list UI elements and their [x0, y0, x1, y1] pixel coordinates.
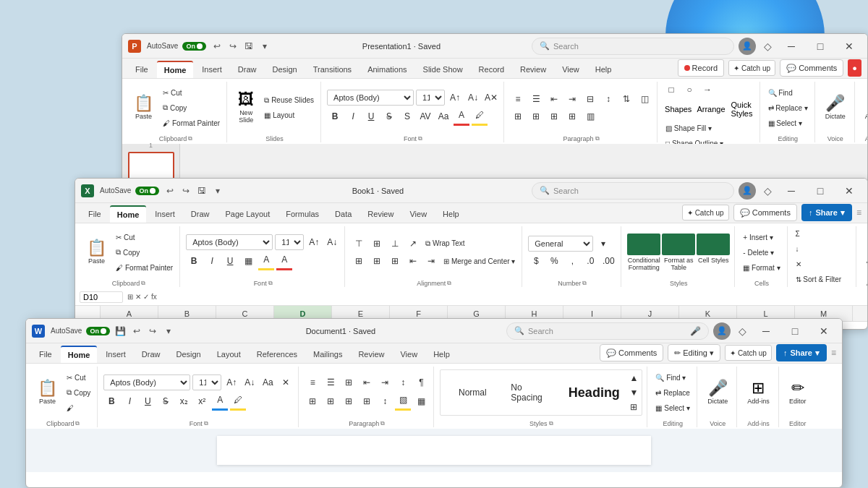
wd-catchup-btn[interactable]: ✦ Catch up — [725, 345, 772, 361]
wd-tab-mailings[interactable]: Mailings — [306, 346, 349, 363]
wd-multilevel-btn[interactable]: ⊞ — [341, 374, 357, 390]
pp-font-increase-btn[interactable]: A↑ — [447, 90, 463, 106]
xl-col-n[interactable]: N — [853, 306, 868, 322]
wd-bold-btn[interactable]: B — [103, 393, 119, 409]
wd-number-list-btn[interactable]: ☰ — [323, 374, 339, 390]
xl-size-select[interactable]: 11 — [275, 234, 304, 250]
xl-number-format-btn[interactable]: ▾ — [595, 236, 611, 252]
xl-sidebar-toggle[interactable]: ≡ — [856, 207, 861, 218]
xl-tab-review[interactable]: Review — [360, 205, 401, 223]
xl-clear-btn[interactable]: ✕ — [793, 257, 851, 271]
pp-shape-circ-btn[interactable]: ○ — [681, 82, 697, 98]
wd-styles-scroll-up[interactable]: ▲ — [626, 372, 642, 385]
pp-indent-more-btn[interactable]: ⇥ — [564, 91, 580, 107]
wd-dictate-btn[interactable]: 🎤 Dictate — [703, 368, 732, 417]
wd-undo-icon[interactable]: ↩ — [130, 325, 143, 338]
pp-new-slide-btn[interactable]: 🖼 NewSlide — [233, 83, 259, 132]
xl-cell-ref[interactable]: D10 — [80, 291, 123, 303]
pp-clear-format-btn[interactable]: A✕ — [483, 90, 499, 106]
xl-save-icon[interactable]: 🖫 — [195, 184, 208, 197]
pp-align-left-btn[interactable]: ⊞ — [510, 108, 526, 124]
pp-layout-btn[interactable]: ▦Layout — [262, 108, 316, 123]
pp-save-icon[interactable]: 🖫 — [242, 40, 255, 53]
xl-number-format-select[interactable]: General — [528, 236, 593, 252]
pp-tab-record[interactable]: Record — [472, 61, 511, 78]
pp-user-avatar[interactable]: 👤 — [739, 38, 756, 55]
pp-font-decrease-btn[interactable]: A↓ — [465, 90, 481, 106]
wd-tab-home[interactable]: Home — [61, 346, 98, 363]
pp-shape-rect-btn[interactable]: □ — [663, 82, 679, 98]
wd-mic-search-icon[interactable]: 🎤 — [690, 326, 701, 336]
wd-align-center-btn[interactable]: ⊞ — [323, 393, 339, 409]
xl-comma-btn[interactable]: , — [564, 253, 580, 269]
xl-comments-btn[interactable]: 💬 Comments — [733, 204, 797, 221]
wd-copy-btn[interactable]: ⧉Copy — [64, 385, 93, 400]
wd-minimize-btn[interactable]: ─ — [754, 321, 778, 341]
xl-catchup-btn[interactable]: ✦ Catch up — [682, 205, 729, 221]
pp-maximize-btn[interactable]: □ — [808, 36, 833, 56]
xl-tab-home[interactable]: Home — [110, 205, 147, 223]
xl-align-mid-btn[interactable]: ⊞ — [369, 236, 385, 252]
wd-autosave-toggle[interactable]: On — [86, 327, 110, 335]
wd-format-painter-btn[interactable]: 🖌 — [64, 401, 93, 415]
wd-user-avatar[interactable]: 👤 — [713, 322, 731, 340]
xl-right-btn[interactable]: ⊞ — [387, 253, 403, 269]
pp-cut-btn[interactable]: ✂Cut — [161, 85, 222, 100]
pp-highlight-btn[interactable]: 🖊 — [472, 107, 488, 126]
wd-tab-draw[interactable]: Draw — [135, 346, 168, 363]
pp-tab-help[interactable]: Help — [588, 61, 619, 78]
wd-tab-references[interactable]: References — [250, 346, 305, 363]
pp-bullet-list-btn[interactable]: ≡ — [510, 91, 526, 107]
pp-italic-btn[interactable]: I — [345, 108, 361, 124]
xl-dec-dec-btn[interactable]: .00 — [600, 253, 616, 269]
wd-share-btn[interactable]: ↑ Share ▾ — [776, 344, 827, 361]
pp-record-btn[interactable]: Record — [678, 59, 724, 77]
wd-cut-btn[interactable]: ✂Cut — [64, 370, 93, 385]
xl-font-color-btn[interactable]: A — [276, 252, 292, 270]
pp-align-right-btn[interactable]: ⊞ — [546, 108, 562, 124]
xl-format-btn[interactable]: ▦ Format ▾ — [741, 260, 782, 275]
xl-tab-insert[interactable]: Insert — [148, 205, 182, 223]
wd-size-select[interactable]: 11 — [192, 374, 221, 390]
pp-char-spacing-btn[interactable]: AV — [417, 108, 433, 124]
wd-italic-btn[interactable]: I — [122, 393, 137, 409]
wd-align-left-btn[interactable]: ⊞ — [305, 393, 320, 409]
wd-replace-btn[interactable]: ⇄ Replace — [653, 385, 692, 400]
pp-close-btn[interactable]: ✕ — [837, 36, 861, 56]
wd-indent-more-btn[interactable]: ⇥ — [377, 374, 393, 390]
xl-autosave-toggle[interactable]: On — [135, 187, 159, 195]
xl-fill-btn[interactable]: ↓ — [793, 241, 851, 256]
xl-user-avatar[interactable]: 👤 — [739, 182, 756, 200]
wd-line-spacing-btn[interactable]: ↕ — [377, 393, 393, 409]
pp-shape-outline-btn[interactable]: □ Shape Outline ▾ — [663, 136, 754, 144]
pp-tab-design[interactable]: Design — [265, 61, 304, 78]
wd-close-btn[interactable]: ✕ — [812, 321, 836, 341]
xl-fill-color-btn[interactable]: A — [258, 252, 274, 270]
wd-tab-insert[interactable]: Insert — [98, 346, 133, 363]
wd-save-to-pc-icon[interactable]: 💾 — [114, 325, 127, 338]
wd-strikethrough-btn[interactable]: S̶ — [158, 393, 174, 409]
xl-font-increase-btn[interactable]: A↑ — [306, 234, 322, 250]
pp-copy-btn[interactable]: ⧉Copy — [161, 100, 222, 115]
wd-subscript-btn[interactable]: x₂ — [176, 393, 192, 409]
xl-angle-btn[interactable]: ↗ — [405, 236, 421, 252]
pp-find-btn[interactable]: 🔍 Find — [766, 85, 810, 100]
wd-tab-file[interactable]: File — [32, 346, 59, 363]
xl-borders-btn[interactable]: ▦ — [240, 253, 256, 269]
pp-quick-styles-btn[interactable]: QuickStyles — [729, 99, 755, 119]
wd-style-normal[interactable]: Normal — [443, 372, 501, 413]
pp-font-select[interactable]: Aptos (Body) — [327, 90, 414, 106]
wd-tab-review[interactable]: Review — [351, 346, 391, 363]
pp-autosave-toggle[interactable]: On — [182, 42, 206, 51]
xl-tab-draw[interactable]: Draw — [184, 205, 217, 223]
pp-number-list-btn[interactable]: ☰ — [528, 91, 544, 107]
pp-shape-arr-btn[interactable]: → — [699, 82, 715, 98]
xl-tab-formulas[interactable]: Formulas — [278, 205, 326, 223]
pp-indent-less-btn[interactable]: ⇤ — [546, 91, 562, 107]
wd-editor-btn[interactable]: ✏ Editor — [785, 368, 811, 417]
xl-align-bot-btn[interactable]: ⊥ — [387, 236, 403, 252]
wd-tab-help[interactable]: Help — [426, 346, 457, 363]
xl-format-painter-btn[interactable]: 🖌Format Painter — [114, 260, 175, 275]
pp-minimize-btn[interactable]: ─ — [779, 36, 804, 56]
pp-bold-btn[interactable]: B — [327, 108, 343, 124]
